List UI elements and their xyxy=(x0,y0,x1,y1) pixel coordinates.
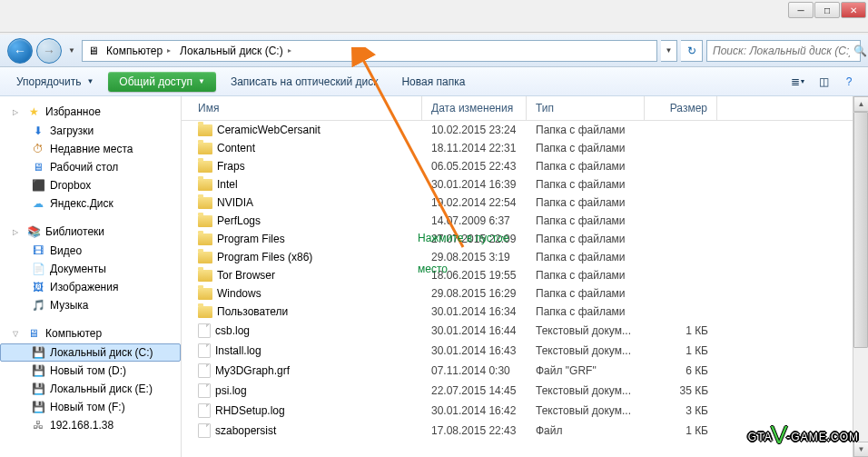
file-size xyxy=(645,219,717,223)
view-options-button[interactable]: ≣ ▼ xyxy=(786,72,810,92)
column-type[interactable]: Тип xyxy=(527,96,645,120)
file-date: 30.01.2014 16:39 xyxy=(422,176,527,193)
file-row[interactable]: Windows29.08.2015 16:29Папка с файлами xyxy=(182,284,868,303)
scroll-down-button[interactable]: ▼ xyxy=(853,442,868,457)
address-bar[interactable]: 🖥 Компьютер▸ Локальный диск (C:)▸ xyxy=(82,40,657,62)
file-type: Файл xyxy=(527,422,645,439)
column-date[interactable]: Дата изменения xyxy=(422,96,527,120)
sidebar-favorite-1[interactable]: ⏱Недавние места xyxy=(0,140,181,158)
sidebar-library-0[interactable]: 🎞Видео xyxy=(0,242,181,260)
file-row[interactable]: Program Files (x86)29.08.2015 3:19Папка … xyxy=(182,248,868,266)
scroll-thumb[interactable] xyxy=(853,112,868,348)
column-headers: Имя Дата изменения Тип Размер xyxy=(182,96,868,121)
file-size xyxy=(645,237,717,241)
sidebar-drive-0[interactable]: 💾Локальный диск (C:) xyxy=(0,343,181,362)
nav-item-icon: 💾 xyxy=(31,363,45,378)
sidebar-favorites-header[interactable]: ▷ ★ Избранное xyxy=(0,102,181,122)
file-row[interactable]: Intel30.01.2014 16:39Папка с файлами xyxy=(182,175,868,194)
sidebar-drive-4[interactable]: 🖧192.168.1.38 xyxy=(0,416,181,434)
navigation-pane[interactable]: ▷ ★ Избранное ⬇Загрузки⏱Недавние места🖥Р… xyxy=(0,96,182,457)
address-dropdown[interactable]: ▼ xyxy=(661,40,677,62)
nav-history-dropdown[interactable]: ▼ xyxy=(65,45,78,56)
nav-item-label: Изображения xyxy=(50,281,118,293)
nav-item-label: 192.168.1.38 xyxy=(50,419,113,432)
file-size: 3 КБ xyxy=(645,402,717,419)
file-list-pane[interactable]: Имя Дата изменения Тип Размер CeramicWeb… xyxy=(182,96,868,457)
nav-item-label: Dropbox xyxy=(50,179,91,192)
back-button[interactable]: ← xyxy=(7,38,33,64)
sidebar-libraries-header[interactable]: ▷ 📚 Библиотеки xyxy=(0,222,181,242)
sidebar-favorite-2[interactable]: 🖥Рабочий стол xyxy=(0,158,181,176)
sidebar-favorite-3[interactable]: ⬛Dropbox xyxy=(0,176,181,194)
file-row[interactable]: My3DGraph.grf07.11.2014 0:30Файл "GRF"6 … xyxy=(182,361,868,381)
file-name: RHDSetup.log xyxy=(215,404,285,417)
file-name: Tor Browser xyxy=(217,269,275,282)
file-row[interactable]: psi.log22.07.2015 14:45Текстовый докум..… xyxy=(182,381,868,401)
search-box[interactable]: 🔍 xyxy=(706,40,861,62)
minimize-button[interactable]: ─ xyxy=(788,2,814,18)
file-row[interactable]: NVIDIA19.02.2014 22:54Папка с файлами xyxy=(182,194,868,212)
collapse-icon: ▷ xyxy=(13,228,22,236)
computer-icon: 🖥 xyxy=(26,326,41,341)
breadcrumb-computer[interactable]: Компьютер▸ xyxy=(103,43,174,59)
nav-item-icon: 💾 xyxy=(31,382,45,396)
file-size xyxy=(645,128,717,132)
file-name: Program Files (x86) xyxy=(217,251,312,263)
file-row[interactable]: csb.log30.01.2014 16:44Текстовый докум..… xyxy=(182,321,868,341)
share-button[interactable]: Общий доступ▼ xyxy=(108,72,216,92)
close-button[interactable]: ✕ xyxy=(841,2,866,18)
sidebar-drive-2[interactable]: 💾Локальный диск (E:) xyxy=(0,380,181,398)
file-row[interactable]: Program Files27.07.2015 22:09Папка с фай… xyxy=(182,230,868,248)
organize-button[interactable]: Упорядочить▼ xyxy=(7,72,103,92)
maximize-button[interactable]: □ xyxy=(814,2,840,18)
nav-item-label: Недавние места xyxy=(50,143,133,155)
file-size: 6 КБ xyxy=(645,363,717,379)
sidebar-library-2[interactable]: 🖼Изображения xyxy=(0,278,181,296)
burn-disc-button[interactable]: Записать на оптический диск xyxy=(222,72,388,92)
file-date: 22.07.2015 14:45 xyxy=(422,382,527,399)
nav-item-icon: 🖧 xyxy=(31,418,45,432)
file-type: Папка с файлами xyxy=(527,285,645,302)
file-date: 07.11.2014 0:30 xyxy=(422,363,527,379)
file-size: 1 КБ xyxy=(645,343,717,359)
nav-item-label: Загрузки xyxy=(50,124,94,137)
scroll-up-button[interactable]: ▲ xyxy=(853,96,868,112)
file-size xyxy=(645,146,717,150)
file-type: Папка с файлами xyxy=(527,158,645,174)
sidebar-computer-header[interactable]: ▽ 🖥 Компьютер xyxy=(0,323,181,343)
search-input[interactable] xyxy=(713,45,850,57)
file-row[interactable]: Install.log30.01.2014 16:43Текстовый док… xyxy=(182,341,868,361)
sidebar-favorite-0[interactable]: ⬇Загрузки xyxy=(0,122,181,140)
file-icon xyxy=(198,343,211,358)
sidebar-drive-3[interactable]: 💾Новый том (F:) xyxy=(0,398,181,416)
file-name: Fraps xyxy=(217,160,245,173)
file-date: 06.05.2015 22:43 xyxy=(422,158,527,174)
file-type: Текстовый докум... xyxy=(527,343,645,359)
forward-button[interactable]: → xyxy=(36,38,62,64)
folder-icon xyxy=(198,233,212,245)
file-name: Windows xyxy=(217,287,261,300)
file-row[interactable]: szabopersist17.08.2015 22:43Файл1 КБ xyxy=(182,421,868,441)
sidebar-favorite-4[interactable]: ☁Яндекс.Диск xyxy=(0,194,181,213)
sidebar-library-1[interactable]: 📄Документы xyxy=(0,260,181,278)
file-row[interactable]: Tor Browser18.06.2015 19:55Папка с файла… xyxy=(182,266,868,284)
column-name[interactable]: Имя xyxy=(182,96,422,120)
sidebar-drive-1[interactable]: 💾Новый том (D:) xyxy=(0,362,181,380)
refresh-button[interactable]: ↻ xyxy=(681,40,703,62)
file-row[interactable]: Fraps06.05.2015 22:43Папка с файлами xyxy=(182,157,868,175)
help-button[interactable]: ? xyxy=(837,72,861,92)
sidebar-library-3[interactable]: 🎵Музыка xyxy=(0,296,181,314)
file-row[interactable]: Content18.11.2014 22:31Папка с файлами xyxy=(182,139,868,157)
new-folder-button[interactable]: Новая папка xyxy=(392,72,474,92)
file-row[interactable]: CeramicWebCersanit10.02.2015 23:24Папка … xyxy=(182,121,868,139)
vertical-scrollbar[interactable]: ▲ ▼ xyxy=(853,96,868,457)
breadcrumb-drive-c[interactable]: Локальный диск (C:)▸ xyxy=(176,43,295,59)
computer-icon: 🖥 xyxy=(86,44,101,58)
column-size[interactable]: Размер xyxy=(645,96,717,120)
file-row[interactable]: RHDSetup.log30.01.2014 16:42Текстовый до… xyxy=(182,401,868,421)
preview-pane-button[interactable]: ◫ xyxy=(812,72,835,92)
file-row[interactable]: PerfLogs14.07.2009 6:37Папка с файлами xyxy=(182,212,868,230)
file-type: Файл "GRF" xyxy=(527,363,645,379)
file-type: Папка с файлами xyxy=(527,140,645,156)
file-row[interactable]: Пользователи30.01.2014 16:34Папка с файл… xyxy=(182,303,868,321)
